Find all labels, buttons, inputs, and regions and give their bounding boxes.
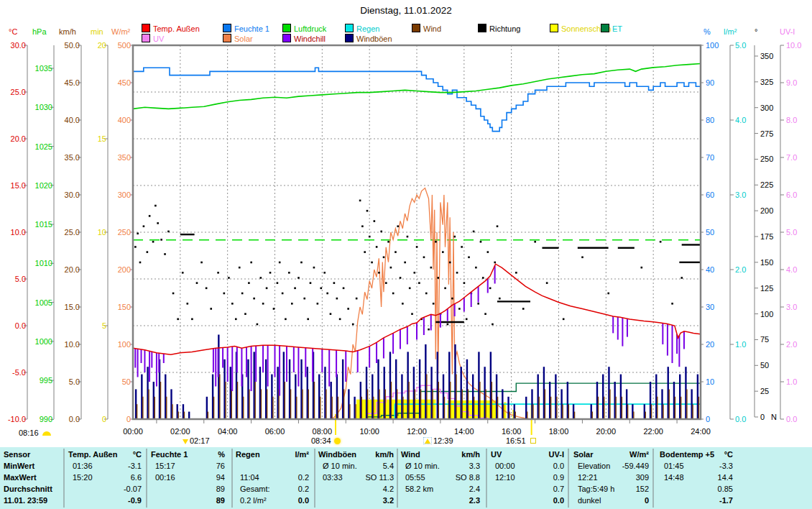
cell-value: 3.3	[412, 462, 480, 470]
cell-value: -1.7	[665, 496, 733, 505]
cell-value: 0.0	[496, 496, 564, 505]
cell-value: SO 8.8	[412, 473, 480, 482]
table-separator	[146, 449, 147, 508]
svg-text:5.0: 5.0	[786, 228, 797, 237]
cell-value: 309	[581, 473, 649, 482]
moonset-time: 02:17	[190, 436, 210, 445]
sunrise-time: 08:34	[311, 436, 331, 445]
svg-text:5.0: 5.0	[735, 41, 746, 50]
cell-value: -0.07	[73, 485, 142, 493]
cell-value: 0.2	[241, 473, 309, 482]
svg-text:995: 995	[40, 376, 52, 385]
svg-text:275: 275	[760, 129, 773, 138]
row-header: MinWert	[4, 462, 34, 470]
svg-text:60: 60	[706, 191, 714, 199]
cell-value: 76	[157, 462, 225, 470]
col-unit: °C	[73, 450, 142, 459]
svg-text:125: 125	[760, 284, 773, 293]
svg-text:N: N	[771, 413, 777, 421]
svg-text:6.0: 6.0	[786, 191, 797, 199]
svg-text:100: 100	[118, 340, 131, 349]
svg-text:1010: 1010	[35, 259, 52, 267]
svg-text:06:00: 06:00	[265, 427, 285, 436]
sunrise-left-time: 08:16	[19, 428, 39, 437]
table-separator	[652, 449, 654, 508]
svg-text:40: 40	[706, 265, 714, 274]
moonrise-icon	[423, 437, 432, 444]
svg-text:225: 225	[760, 180, 773, 189]
cell-value: 2.3	[412, 496, 480, 505]
cell-value: 0.7	[496, 485, 564, 493]
svg-text:25: 25	[760, 387, 769, 395]
col-unit: %	[157, 450, 225, 459]
svg-text:20: 20	[98, 41, 106, 50]
svg-text:3.0: 3.0	[735, 191, 746, 199]
cell-value: -0.9	[73, 496, 142, 505]
cell-value: 0.0	[241, 496, 309, 505]
svg-text:12:00: 12:00	[407, 427, 427, 436]
svg-text:0: 0	[706, 415, 710, 423]
moonset-icon	[183, 439, 188, 444]
svg-text:325: 325	[760, 78, 773, 86]
svg-text:2.0: 2.0	[735, 265, 746, 274]
cell-value: -3.1	[73, 462, 142, 470]
svg-text:990: 990	[40, 415, 52, 423]
svg-text:1030: 1030	[35, 103, 52, 111]
svg-text:500: 500	[118, 41, 131, 50]
sunrise-marker: 08:34	[311, 436, 341, 446]
svg-text:10: 10	[98, 228, 106, 237]
stats-table: SensorMinWertMaxWertDurchschnitt11.01. 2…	[0, 447, 812, 509]
svg-text:20: 20	[706, 340, 714, 349]
svg-text:50: 50	[122, 377, 131, 386]
col-unit: W/m²	[581, 450, 649, 459]
svg-text:150: 150	[118, 303, 131, 311]
svg-text:100: 100	[706, 41, 719, 50]
cell-value: 4.2	[326, 485, 394, 493]
svg-text:20:00: 20:00	[596, 427, 617, 436]
cell-value: 5.4	[326, 462, 394, 470]
table-separator	[486, 449, 487, 508]
svg-text:10.0: 10.0	[11, 228, 26, 237]
weather-chart: 30.025.020.015.010.05.00.0-5.0-10.010351…	[0, 0, 812, 509]
svg-text:10.0: 10.0	[65, 340, 80, 349]
halfsun-icon	[42, 431, 51, 436]
svg-text:175: 175	[760, 232, 773, 241]
sunset-marker: 16:51	[506, 436, 536, 446]
svg-text:75: 75	[760, 335, 769, 344]
svg-text:250: 250	[118, 228, 131, 237]
svg-text:2.0: 2.0	[786, 340, 797, 349]
cell-value: 89	[157, 496, 225, 505]
col-unit: km/h	[412, 450, 480, 459]
svg-text:14:00: 14:00	[454, 427, 474, 436]
svg-text:50: 50	[760, 361, 769, 370]
svg-text:3.0: 3.0	[786, 303, 797, 311]
svg-text:1000: 1000	[35, 337, 52, 346]
svg-text:15.0: 15.0	[65, 303, 80, 311]
svg-text:300: 300	[760, 104, 773, 112]
svg-text:100: 100	[760, 310, 773, 318]
cell-value: 0.2	[241, 485, 309, 493]
cell-value: 6.6	[73, 473, 142, 482]
svg-text:00:00: 00:00	[123, 427, 143, 436]
cell-value: SO 11.3	[326, 473, 394, 482]
svg-text:8.0: 8.0	[786, 116, 797, 124]
table-separator	[63, 449, 65, 508]
col-unit: °C	[665, 450, 733, 459]
svg-text:4.0: 4.0	[786, 265, 797, 274]
cell-value: 2.4	[412, 485, 480, 493]
svg-text:0.0: 0.0	[786, 415, 797, 423]
svg-text:35.0: 35.0	[65, 153, 80, 162]
sunset-time: 16:51	[506, 436, 526, 445]
svg-text:24:00: 24:00	[691, 427, 711, 436]
svg-text:7.0: 7.0	[786, 153, 797, 162]
svg-text:1020: 1020	[35, 181, 52, 190]
svg-text:04:00: 04:00	[218, 427, 238, 436]
svg-text:90: 90	[706, 78, 714, 87]
col-unit: km/h	[326, 450, 394, 459]
svg-text:50.0: 50.0	[65, 41, 80, 50]
svg-text:4.0: 4.0	[735, 116, 746, 124]
row-header: Durchschnitt	[4, 485, 52, 493]
table-separator	[568, 449, 569, 508]
svg-text:200: 200	[118, 265, 131, 274]
row-header: Sensor	[4, 450, 30, 459]
